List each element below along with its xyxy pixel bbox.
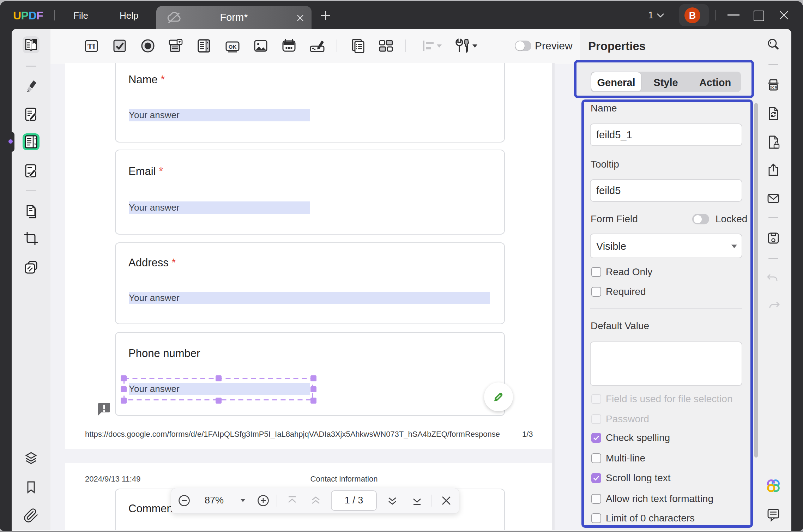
svg-text:OCR: OCR	[769, 85, 777, 89]
svg-text:TI: TI	[87, 42, 95, 51]
svg-text:OK: OK	[229, 44, 237, 50]
